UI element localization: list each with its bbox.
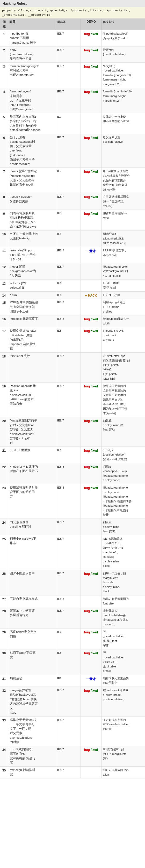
fixed-badge[interactable]: fixed [91, 329, 98, 333]
bug-badge[interactable]: bug [84, 32, 90, 36]
fixed-badge[interactable]: fixed [91, 317, 98, 321]
row-issue: 列表有背景的列表: 在ie8-边边框出现 3条 IE浏览器出来3 条 4 IE浏… [8, 210, 56, 230]
fixed-badge[interactable]: fixed [91, 136, 98, 140]
row-demo[interactable]: bug | fixed [81, 463, 101, 484]
bug-badge[interactable]: bug [84, 630, 90, 634]
row-demo[interactable]: bug | fixed [81, 168, 101, 193]
row-demo[interactable]: bug | fixed [81, 46, 101, 62]
table-row: 29高度height定义定义 的值IE6bug | fixed否 _overfl… [0, 628, 145, 649]
row-demo[interactable]: bug | fixed [81, 382, 101, 417]
row-browser: IE8 [56, 210, 81, 230]
fixed-badge[interactable]: fixed [91, 651, 98, 655]
table-row: 16img/block元素宽度不 eIE8-8bug | fixed给img/b… [0, 315, 145, 327]
bug-badge[interactable]: bug [84, 449, 90, 453]
row-demo[interactable] [81, 716, 101, 746]
fixed-badge[interactable]: fixed [91, 212, 98, 216]
row-demo[interactable]: bug | fixed [81, 134, 101, 168]
bug-badge[interactable]: bug [84, 317, 90, 321]
row-issue: 块元素内上方出现1 多余的1px空行，行 dots是到了 1px的外 dots或… [8, 113, 56, 134]
bug-badge[interactable]: bug [84, 572, 90, 576]
table-row: 6当子元素有 position:absolute时 候，父元素设置 overfl… [0, 134, 145, 168]
row-browser: IE8-8 [56, 247, 81, 263]
row-demo[interactable]: 一置计 [81, 675, 101, 687]
row-demo[interactable] [81, 767, 101, 778]
row-demo[interactable]: bug | fixed [81, 484, 101, 519]
bug-badge[interactable]: bug [84, 689, 90, 692]
fixed-badge[interactable]: fixed [91, 384, 98, 388]
row-issue: margin合并缩增 自动的hasLayout元 内的的里 hover的块 方向… [8, 687, 56, 716]
bug-badge[interactable]: bug [84, 609, 90, 613]
bug-badge[interactable]: bug [84, 651, 90, 655]
bug-badge[interactable]: bug [84, 419, 90, 423]
bug-badge[interactable]: bug [84, 384, 90, 388]
row-demo[interactable] [81, 352, 101, 382]
row-demo[interactable]: bug | fixed [81, 417, 101, 446]
row-demo[interactable]: bug | fixed [81, 327, 101, 352]
row-demo[interactable]: bug | fixed [81, 746, 101, 766]
row-demo[interactable]: bug | fixed [81, 88, 101, 113]
row-num: 32 [0, 687, 8, 716]
fixed-badge[interactable]: fixed [91, 748, 98, 752]
row-issue: box 模式的情况: 情宽的有效, 宽和拥有的 宽是 子 宽 [8, 746, 56, 766]
row-demo[interactable]: bug | fixed [81, 193, 101, 210]
row-demo[interactable]: bug | fixed [81, 447, 101, 463]
fixed-badge[interactable]: fixed [91, 465, 98, 469]
bug-badge[interactable]: bug [84, 465, 90, 469]
row-num: 18 [0, 352, 8, 382]
row-demo[interactable]: bug | fixed [81, 63, 101, 88]
bug-badge[interactable]: bug [84, 486, 90, 490]
row-demo[interactable]: 一置计 [81, 247, 101, 263]
table-row: 26图片不能显示图中IE8/7bug | fixed如加一个定值，如 margi… [0, 570, 145, 595]
row-num: 1 [0, 30, 8, 46]
row-demo[interactable] [81, 263, 101, 280]
row-demo[interactable] [81, 535, 101, 570]
bug-badge[interactable]: bug [84, 65, 90, 68]
fixed-badge[interactable]: fixed [91, 32, 98, 36]
fixed-badge[interactable]: fixed [91, 195, 98, 199]
row-demo[interactable]: bug | fixed [81, 607, 101, 628]
row-demo[interactable]: bug | fixed [81, 315, 101, 327]
row-fix: 在 :first-letter 列表 前{} 清楚前的标签, 如 如: 如 p:… [101, 352, 145, 382]
fixed-badge[interactable]: fixed [91, 609, 98, 613]
fixed-badge[interactable]: fixed [91, 49, 98, 52]
row-browser: IE8/7 [56, 382, 81, 417]
row-demo[interactable] [81, 519, 101, 535]
bug-badge[interactable]: bug [84, 195, 90, 199]
row-demo[interactable]: bug | fixed [81, 210, 101, 230]
row-demo[interactable] [81, 230, 101, 247]
fixed-badge[interactable]: fixed [91, 65, 98, 68]
bug-badge[interactable]: bug [84, 49, 90, 52]
bug-badge[interactable]: bug [84, 748, 90, 752]
row-num: 25 [0, 535, 8, 570]
table-row: 27不能自定义算样样式IE8-8缩排内联元素里面的 font-size [0, 595, 145, 607]
row-demo[interactable] [81, 113, 101, 134]
row-browser: IE8/7 [56, 535, 81, 570]
bug-badge[interactable]: bug [84, 170, 90, 174]
row-browser: IE8/7 [56, 63, 81, 88]
row-browser: IE8/7 [56, 88, 81, 113]
row-demo[interactable] [81, 595, 101, 607]
row-demo[interactable]: -- HACK [81, 292, 101, 299]
fixed-badge[interactable]: fixed [91, 419, 98, 423]
fixed-badge[interactable]: fixed [91, 689, 98, 692]
row-num: 9 [0, 210, 8, 230]
bug-badge[interactable]: bug [84, 212, 90, 216]
fixed-badge[interactable]: fixed [91, 572, 98, 576]
row-demo[interactable] [81, 280, 101, 291]
fixed-badge[interactable]: fixed [91, 170, 98, 174]
row-demo[interactable]: bug | fixed [81, 30, 101, 46]
fixed-badge[interactable]: fixed [91, 90, 98, 94]
fixed-badge[interactable]: fixed [91, 630, 98, 634]
row-demo[interactable]: bug | fixed [81, 628, 101, 649]
fixed-badge[interactable]: fixed [91, 449, 98, 453]
row-browser: IE8/7 [56, 193, 81, 210]
bug-badge[interactable]: bug [84, 90, 90, 94]
bug-badge[interactable]: bug [84, 136, 90, 140]
fixed-badge[interactable]: fixed [91, 486, 98, 490]
row-num: 7 [0, 168, 8, 193]
row-demo[interactable]: bug | fixed [81, 649, 101, 675]
row-demo[interactable] [81, 299, 101, 315]
bug-badge[interactable]: bug [84, 329, 90, 333]
row-demo[interactable]: bug | fixed [81, 687, 101, 716]
row-demo[interactable]: bug | fixed [81, 570, 101, 595]
